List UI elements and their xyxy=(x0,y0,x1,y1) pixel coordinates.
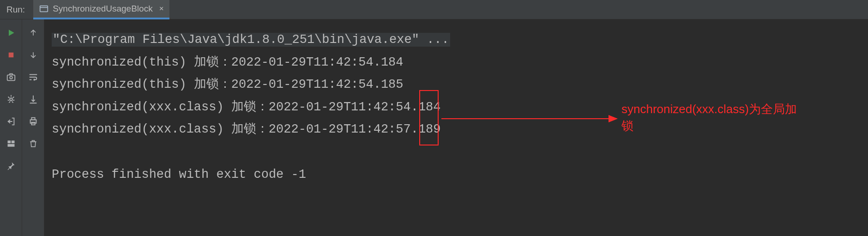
svg-rect-8 xyxy=(7,144,14,147)
camera-icon[interactable] xyxy=(5,71,17,83)
application-icon xyxy=(39,4,49,14)
run-tool-header: Run: SynchronizedUsageBlock × xyxy=(0,0,868,19)
svg-rect-3 xyxy=(7,75,15,80)
second-gutter xyxy=(22,19,44,236)
left-gutter xyxy=(0,19,22,236)
print-icon[interactable] xyxy=(27,115,39,127)
down-arrow-icon[interactable] xyxy=(27,49,39,61)
run-label: Run: xyxy=(6,5,25,15)
command-line: "C:\Program Files\Java\jdk1.8.0_251\bin\… xyxy=(52,29,868,51)
run-icon[interactable] xyxy=(5,27,17,39)
up-arrow-icon[interactable] xyxy=(27,27,39,39)
debug-icon[interactable] xyxy=(5,93,17,105)
stop-icon[interactable] xyxy=(5,49,17,61)
svg-rect-7 xyxy=(11,140,14,143)
pin-icon[interactable] xyxy=(5,160,17,172)
console-output[interactable]: "C:\Program Files\Java\jdk1.8.0_251\bin\… xyxy=(44,19,868,236)
exit-icon[interactable] xyxy=(5,115,17,127)
wrap-icon[interactable] xyxy=(27,71,39,83)
svg-point-4 xyxy=(10,76,12,79)
svg-rect-10 xyxy=(31,118,35,120)
svg-rect-0 xyxy=(40,6,48,12)
svg-rect-11 xyxy=(31,122,35,125)
blank-line xyxy=(52,141,868,163)
run-tab[interactable]: SynchronizedUsageBlock × xyxy=(33,0,169,19)
exit-line: Process finished with exit code -1 xyxy=(52,163,868,186)
body-area: "C:\Program Files\Java\jdk1.8.0_251\bin\… xyxy=(0,19,868,236)
annotation-text: synchronized(xxx.class)为全局加锁 xyxy=(621,101,797,134)
svg-point-5 xyxy=(10,98,12,101)
scroll-icon[interactable] xyxy=(27,93,39,105)
svg-rect-6 xyxy=(7,140,11,143)
svg-rect-2 xyxy=(8,53,13,58)
layout-icon[interactable] xyxy=(5,138,17,150)
output-line: synchronized(this) 加锁：2022-01-29T11:42:5… xyxy=(52,73,868,96)
close-icon[interactable]: × xyxy=(159,4,164,13)
tab-title: SynchronizedUsageBlock xyxy=(53,4,153,14)
output-line: synchronized(this) 加锁：2022-01-29T11:42:5… xyxy=(52,51,868,74)
trash-icon[interactable] xyxy=(27,138,39,150)
